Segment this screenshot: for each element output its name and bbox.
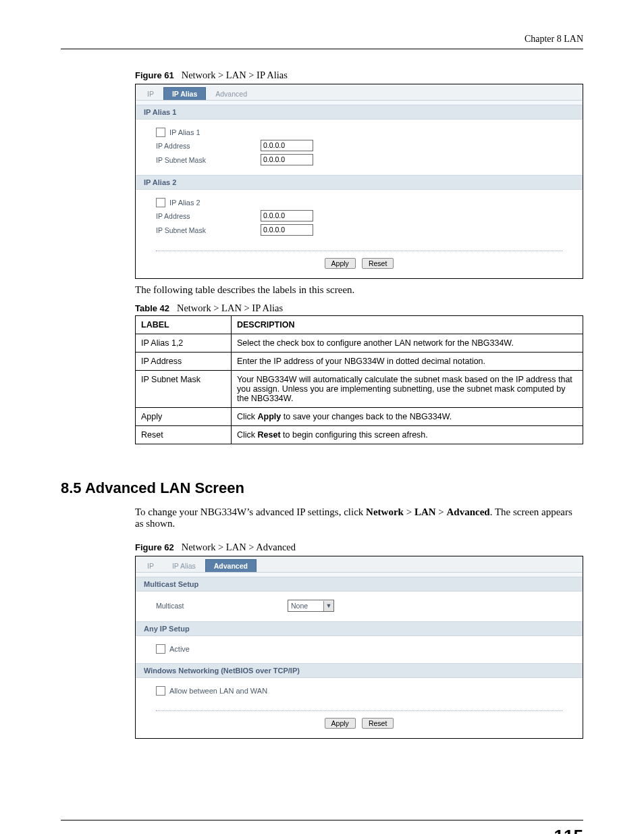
tab-advanced-2[interactable]: Advanced	[205, 559, 257, 572]
txt: Click	[237, 430, 258, 440]
label-subnet-mask-2: IP Subnet Mask	[156, 226, 261, 234]
bold: Advanced	[447, 506, 490, 517]
section-multicast-header: Multicast Setup	[136, 577, 583, 592]
apply-button-1[interactable]: Apply	[325, 258, 356, 269]
tabbar-2: IP IP Alias Advanced	[136, 556, 583, 573]
tab-ip-alias-2[interactable]: IP Alias	[163, 559, 205, 572]
cell-desc: Your NBG334W will automatically calculat…	[232, 371, 583, 408]
section-ip-alias-2-header: IP Alias 2	[136, 175, 583, 190]
txt: to begin configuring this screen afresh.	[281, 430, 428, 440]
para-table-intro: The following table describes the labels…	[135, 284, 583, 296]
select-multicast-value: None	[288, 602, 323, 610]
txt: >	[404, 506, 414, 517]
cell-desc: Click Apply to save your changes back to…	[232, 408, 583, 426]
footer-page-number: 115	[554, 826, 583, 834]
page-header: Chapter 8 LAN	[61, 34, 583, 49]
txt: to save your changes back to the NBG334W…	[281, 412, 452, 421]
label-ip-alias-1: IP Alias 1	[169, 128, 200, 136]
input-subnet-mask-2[interactable]	[261, 224, 313, 236]
reset-button-1[interactable]: Reset	[362, 258, 394, 269]
table-row: IP Address Enter the IP address of your …	[136, 353, 583, 371]
para-8-5-intro: To change your NBG334W’s advanced IP set…	[135, 506, 583, 529]
label-subnet-mask-1: IP Subnet Mask	[156, 156, 261, 164]
bold: Reset	[258, 430, 281, 440]
table42-title: Network > LAN > IP Alias	[177, 303, 283, 313]
th-desc: DESCRIPTION	[232, 316, 583, 334]
label-ip-address-1: IP Address	[156, 142, 261, 150]
figure62-panel: IP IP Alias Advanced Multicast Setup Mul…	[135, 556, 583, 739]
figure61-label: Figure 61	[135, 70, 174, 80]
cell-label: IP Subnet Mask	[136, 371, 232, 408]
figure62-caption: Figure 62 Network > LAN > Advanced	[135, 542, 583, 553]
tabbar-1: IP IP Alias Advanced	[136, 84, 583, 101]
figure61-title: Network > LAN > IP Alias	[182, 70, 288, 80]
cell-desc: Click Reset to begin configuring this sc…	[232, 426, 583, 444]
th-label: LABEL	[136, 316, 232, 334]
section-ip-alias-1-body: IP Alias 1 IP Address IP Subnet Mask	[136, 120, 583, 175]
label-ip-address-2: IP Address	[156, 212, 261, 220]
section-netbios-body: Allow between LAN and WAN	[136, 678, 583, 705]
tab-ip[interactable]: IP	[138, 87, 163, 100]
page-footer: NBG334W User’s Guide 115	[61, 820, 583, 834]
chevron-down-icon: ▼	[323, 601, 333, 611]
input-ip-address-1[interactable]	[261, 140, 313, 151]
checkbox-ip-alias-2[interactable]	[156, 198, 165, 207]
section-ip-alias-2-body: IP Alias 2 IP Address IP Subnet Mask	[136, 190, 583, 245]
section-multicast-body: Multicast None ▼	[136, 592, 583, 621]
cell-label: Apply	[136, 408, 232, 426]
figure61-panel: IP IP Alias Advanced IP Alias 1 IP Alias…	[135, 84, 583, 279]
txt: To change your NBG334W’s advanced IP set…	[135, 506, 366, 517]
table-row: Reset Click Reset to begin configuring t…	[136, 426, 583, 444]
figure61-caption: Figure 61 Network > LAN > IP Alias	[135, 70, 583, 81]
section-ip-alias-1-header: IP Alias 1	[136, 105, 583, 120]
heading-8-5: 8.5 Advanced LAN Screen	[61, 479, 583, 497]
section-anyip-header: Any IP Setup	[136, 621, 583, 636]
cell-label: IP Alias 1,2	[136, 334, 232, 353]
label-active: Active	[169, 645, 190, 653]
apply-button-2[interactable]: Apply	[325, 718, 356, 729]
table-row: IP Subnet Mask Your NBG334W will automat…	[136, 371, 583, 408]
bold: Apply	[258, 412, 281, 421]
reset-button-2[interactable]: Reset	[362, 718, 394, 729]
input-subnet-mask-1[interactable]	[261, 154, 313, 165]
checkbox-ip-alias-1[interactable]	[156, 128, 165, 137]
cell-desc: Select the check box to configure anothe…	[232, 334, 583, 353]
table42: LABEL DESCRIPTION IP Alias 1,2 Select th…	[135, 315, 583, 444]
tab-ip-alias[interactable]: IP Alias	[163, 87, 206, 100]
table-head-row: LABEL DESCRIPTION	[136, 316, 583, 334]
checkbox-allow-lan-wan[interactable]	[156, 686, 165, 696]
section-netbios-header: Windows Networking (NetBIOS over TCP/IP)	[136, 663, 583, 678]
bold: LAN	[414, 506, 436, 517]
txt: >	[436, 506, 447, 517]
section-anyip-body: Active	[136, 636, 583, 663]
separator	[156, 251, 562, 251]
tab-ip-2[interactable]: IP	[138, 559, 163, 572]
label-ip-alias-2: IP Alias 2	[169, 199, 200, 207]
separator-2	[156, 710, 562, 711]
table-row: IP Alias 1,2 Select the check box to con…	[136, 334, 583, 353]
select-multicast[interactable]: None ▼	[288, 600, 334, 612]
input-ip-address-2[interactable]	[261, 210, 313, 221]
table-row: Apply Click Apply to save your changes b…	[136, 408, 583, 426]
label-allow-lan-wan: Allow between LAN and WAN	[169, 687, 267, 695]
txt: Click	[237, 412, 258, 421]
cell-label: Reset	[136, 426, 232, 444]
figure62-title: Network > LAN > Advanced	[182, 542, 296, 552]
bold: Network	[366, 506, 404, 517]
checkbox-active[interactable]	[156, 644, 165, 654]
figure62-label: Figure 62	[135, 542, 174, 552]
table42-caption: Table 42 Network > LAN > IP Alias	[135, 303, 583, 314]
cell-desc: Enter the IP address of your NBG334W in …	[232, 353, 583, 371]
table42-label: Table 42	[135, 303, 169, 313]
label-multicast: Multicast	[156, 602, 288, 610]
tab-advanced[interactable]: Advanced	[207, 87, 256, 100]
cell-label: IP Address	[136, 353, 232, 371]
